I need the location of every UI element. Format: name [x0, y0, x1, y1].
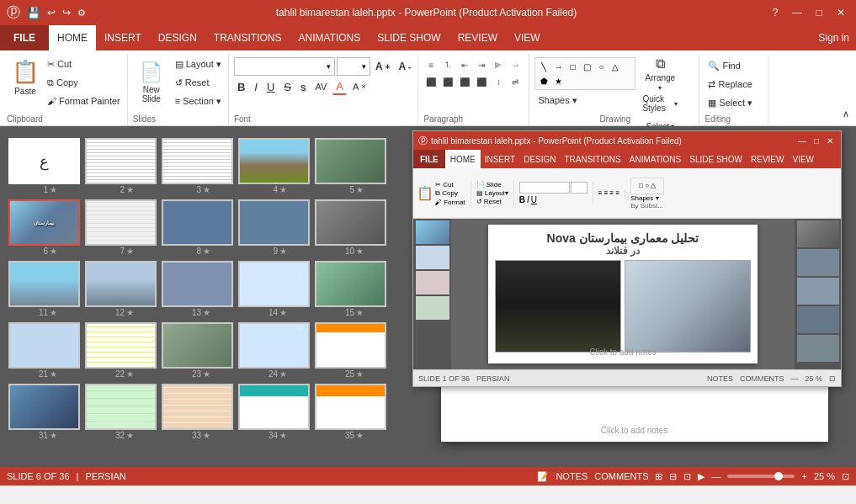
- popup-right-thumb-4[interactable]: [797, 306, 839, 333]
- slide-thumb-5[interactable]: [315, 138, 386, 184]
- slide-item-35[interactable]: 35 ★: [315, 384, 386, 440]
- tab-insert[interactable]: INSERT: [96, 25, 150, 50]
- slide-item-11[interactable]: 11 ★: [8, 261, 80, 317]
- popup-comments-btn[interactable]: COMMENTS: [740, 374, 784, 383]
- popup-tab-view[interactable]: VIEW: [788, 150, 818, 168]
- slide-thumb-6[interactable]: بیمارستان: [8, 199, 80, 246]
- popup-tab-design[interactable]: DESIGN: [519, 150, 560, 168]
- slide-thumb-13[interactable]: [162, 261, 233, 307]
- qat-redo[interactable]: ↪: [62, 7, 71, 19]
- slide-item-9[interactable]: 9 ★: [238, 199, 310, 256]
- popup-tab-home[interactable]: HOME: [445, 150, 481, 168]
- view-normal-btn[interactable]: ⊞: [655, 471, 662, 482]
- slide-item-33[interactable]: 33 ★: [162, 384, 233, 440]
- section-button[interactable]: ≡ Section ▾: [172, 93, 225, 109]
- tab-animations[interactable]: ANIMATIONS: [290, 25, 369, 50]
- slide-item-14[interactable]: 14 ★: [238, 261, 310, 317]
- slide-thumb-1[interactable]: ع: [8, 138, 80, 184]
- numbering-button[interactable]: ⒈: [440, 57, 455, 72]
- slide-item-15[interactable]: 15 ★: [315, 261, 386, 317]
- slide-thumb-2[interactable]: [85, 138, 157, 184]
- slide-item-24[interactable]: 24 ★: [238, 322, 310, 379]
- popup-zoom-btn[interactable]: —: [790, 374, 798, 383]
- slide-item-4[interactable]: 4 ★: [238, 138, 310, 194]
- strikethrough-button[interactable]: S: [280, 78, 295, 95]
- slide-item-22[interactable]: 22 ★: [85, 322, 157, 379]
- slide-item-21[interactable]: 21 ★: [8, 322, 80, 379]
- reset-button[interactable]: ↺ Reset: [172, 74, 225, 91]
- slide-thumb-33[interactable]: [162, 384, 233, 430]
- clear-format-button[interactable]: A×: [349, 78, 370, 95]
- slide-thumb-24[interactable]: [238, 322, 310, 369]
- popup-tab-review[interactable]: REVIEW: [747, 150, 788, 168]
- popup-tab-transitions[interactable]: TRANSITIONS: [561, 150, 625, 168]
- cut-button[interactable]: ✂ Cut: [44, 56, 124, 72]
- slide-thumb-15[interactable]: [315, 261, 386, 307]
- view-slide-sorter-btn[interactable]: ⊟: [669, 471, 677, 482]
- font-name-selector[interactable]: ▾: [234, 57, 335, 76]
- tab-review[interactable]: REVIEW: [449, 25, 506, 50]
- popup-copy-btn[interactable]: ⧉ Copy: [435, 189, 465, 198]
- new-slide-button[interactable]: 📄 New Slide: [133, 59, 170, 106]
- view-reading-btn[interactable]: ⊡: [683, 471, 691, 482]
- slide-thumb-4[interactable]: [238, 138, 310, 184]
- popup-tab-animations[interactable]: ANIMATIONS: [625, 150, 685, 168]
- tab-view[interactable]: VIEW: [506, 25, 549, 50]
- shape-oval[interactable]: ○: [594, 60, 608, 73]
- close-button[interactable]: ✕: [832, 4, 849, 21]
- slide-item-6[interactable]: بیمارستان 6 ★: [8, 199, 80, 256]
- quick-styles-button[interactable]: Quick Styles ▾: [639, 91, 681, 116]
- slide-thumb-21[interactable]: [8, 322, 80, 369]
- slide-thumb-14[interactable]: [238, 261, 310, 307]
- shape-line[interactable]: ╲: [537, 60, 550, 73]
- popup-thumb-2[interactable]: [416, 246, 449, 269]
- popup-font-name[interactable]: [519, 182, 570, 194]
- slide-thumb-31[interactable]: [8, 384, 80, 430]
- decrease-indent-button[interactable]: ⇤: [457, 57, 472, 72]
- slide-item-12[interactable]: 12 ★: [85, 261, 157, 317]
- layout-button[interactable]: ▤ Layout ▾: [172, 56, 225, 72]
- slide-thumb-3[interactable]: [162, 138, 233, 184]
- fit-slide-btn[interactable]: ⊡: [842, 471, 849, 482]
- slide-thumb-8[interactable]: [162, 199, 233, 246]
- shape-triangle[interactable]: △: [609, 60, 622, 73]
- popup-font-size[interactable]: [571, 182, 588, 194]
- slide-item-10[interactable]: 10 ★: [315, 199, 386, 256]
- columns-button[interactable]: ⫸: [491, 57, 506, 72]
- align-center-button[interactable]: ⬛: [440, 74, 455, 89]
- tab-slideshow[interactable]: SLIDE SHOW: [369, 25, 449, 50]
- slide-thumb-22[interactable]: [85, 322, 157, 369]
- text-direction-button[interactable]: ⇌: [508, 74, 523, 89]
- view-slideshow-btn[interactable]: ▶: [698, 471, 704, 482]
- decrease-font-button[interactable]: A-: [395, 58, 414, 75]
- popup-right-thumb-2[interactable]: [797, 249, 839, 276]
- bold-button[interactable]: B: [234, 78, 248, 95]
- find-button[interactable]: 🔍 Find: [704, 57, 764, 74]
- slide-item-2[interactable]: 2 ★: [85, 138, 157, 194]
- slide-thumb-23[interactable]: [162, 322, 233, 369]
- collapse-ribbon-button[interactable]: ∧: [839, 105, 853, 122]
- slide-item-3[interactable]: 3 ★: [162, 138, 233, 194]
- slide-thumb-10[interactable]: [315, 199, 386, 246]
- char-spacing-button[interactable]: AV: [311, 78, 330, 95]
- increase-font-button[interactable]: A+: [372, 58, 394, 75]
- popup-shape-styles-btn[interactable]: Shapes ▾: [630, 194, 664, 202]
- popup-tab-insert[interactable]: INSERT: [481, 150, 520, 168]
- slide-item-32[interactable]: 32 ★: [85, 384, 157, 440]
- shape-rect[interactable]: □: [566, 60, 579, 73]
- slide-item-5[interactable]: 5 ★: [315, 138, 386, 194]
- align-right-button[interactable]: ⬛: [457, 74, 472, 89]
- shape-rounded-rect[interactable]: ▢: [580, 60, 593, 73]
- zoom-slider[interactable]: [727, 475, 795, 478]
- slide-item-8[interactable]: 8 ★: [162, 199, 233, 256]
- file-tab[interactable]: FILE: [0, 25, 49, 50]
- qat-save[interactable]: 💾: [27, 7, 40, 19]
- slide-item-31[interactable]: 31 ★: [8, 384, 80, 440]
- slide-panel[interactable]: ع 1 ★ 2 ★: [0, 126, 412, 467]
- font-size-selector[interactable]: ▾: [337, 57, 370, 76]
- slide-item-25[interactable]: 25 ★: [315, 322, 386, 379]
- popup-fmt-btn[interactable]: 🖌 Format: [435, 199, 465, 206]
- replace-button[interactable]: ⇄ Replace: [704, 76, 764, 93]
- bullets-button[interactable]: ≡: [423, 57, 439, 72]
- font-color-button[interactable]: A: [332, 78, 347, 95]
